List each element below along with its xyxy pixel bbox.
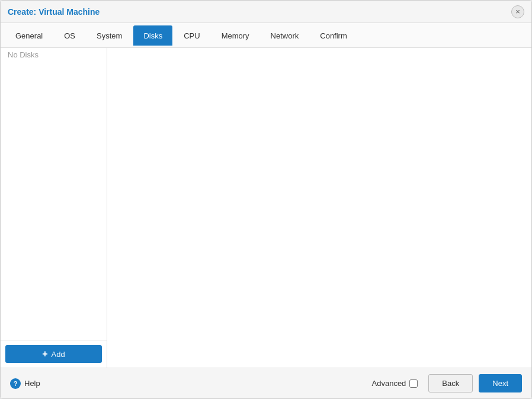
back-button[interactable]: Back xyxy=(428,374,473,392)
footer-right: Advanced Back Next xyxy=(372,374,522,392)
advanced-checkbox[interactable] xyxy=(409,379,418,388)
tab-general[interactable]: General xyxy=(5,25,53,46)
disk-list: No Disks xyxy=(1,48,107,340)
add-btn-container: + Add xyxy=(1,340,107,368)
footer: ? Help Advanced Back Next xyxy=(1,368,531,398)
tab-memory[interactable]: Memory xyxy=(211,25,259,46)
add-disk-button[interactable]: + Add xyxy=(5,345,102,363)
tab-disks[interactable]: Disks xyxy=(133,25,172,46)
next-button[interactable]: Next xyxy=(479,374,522,392)
no-disks-label: No Disks xyxy=(3,48,43,64)
tab-cpu[interactable]: CPU xyxy=(174,25,210,46)
content-area: No Disks + Add xyxy=(1,48,531,368)
close-button[interactable]: × xyxy=(511,5,524,18)
help-label[interactable]: Help xyxy=(24,379,40,388)
tab-system[interactable]: System xyxy=(86,25,132,46)
disk-list-panel: No Disks + Add xyxy=(1,48,107,368)
title-bar: Create: Virtual Machine × xyxy=(1,1,531,23)
help-icon[interactable]: ? xyxy=(10,378,21,389)
dialog-title: Create: Virtual Machine xyxy=(8,7,100,17)
advanced-section: Advanced xyxy=(372,379,418,388)
disk-detail-panel xyxy=(107,48,531,368)
create-vm-dialog: Create: Virtual Machine × General OS Sys… xyxy=(0,0,532,399)
add-button-label: Add xyxy=(52,350,65,359)
advanced-label: Advanced xyxy=(372,379,406,388)
add-icon: + xyxy=(42,349,47,359)
tab-bar: General OS System Disks CPU Memory Netwo… xyxy=(1,23,531,48)
tab-network[interactable]: Network xyxy=(261,25,309,46)
footer-left: ? Help xyxy=(10,378,40,389)
tab-os[interactable]: OS xyxy=(54,25,85,46)
tab-confirm[interactable]: Confirm xyxy=(310,25,357,46)
